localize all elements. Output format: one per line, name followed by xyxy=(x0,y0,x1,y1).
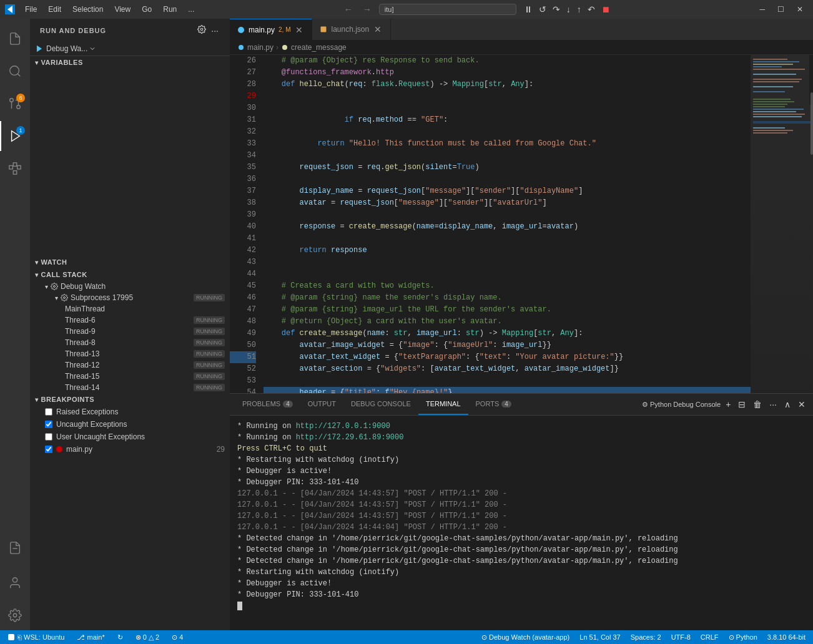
minimize-button[interactable]: ─ xyxy=(754,4,770,15)
status-spaces[interactable]: Spaces: 2 xyxy=(628,633,664,642)
activity-bar: 6 1 xyxy=(0,19,30,630)
close-button[interactable]: ✕ xyxy=(792,4,808,15)
status-encoding[interactable]: UTF-8 xyxy=(669,633,693,642)
call-stack-thread15[interactable]: Thread-15 RUNNING xyxy=(30,371,230,382)
breadcrumb-symbol[interactable]: create_message xyxy=(291,43,347,52)
panel-area: PROBLEMS 4 OUTPUT DEBUG CONSOLE TERMINAL… xyxy=(230,393,813,630)
tab-main-py[interactable]: main.py 2, M ✕ xyxy=(230,19,312,40)
status-wsl[interactable]: ⎗ WSL: Ubuntu xyxy=(5,633,67,641)
menu-selection[interactable]: Selection xyxy=(67,4,108,15)
call-stack-thread12[interactable]: Thread-12 RUNNING xyxy=(30,359,230,371)
mainpy-checkbox[interactable] xyxy=(45,446,52,453)
panel-split-button[interactable]: ⊟ xyxy=(736,398,748,411)
python-debug-console-label: ⚙ Python Debug Console xyxy=(642,401,721,409)
activity-explorer[interactable] xyxy=(0,24,30,54)
activity-extensions[interactable] xyxy=(0,154,30,183)
app-icon xyxy=(5,4,15,14)
breadcrumb-file[interactable]: main.py xyxy=(247,43,273,52)
nav-forward-button[interactable]: → xyxy=(360,3,374,16)
menu-go[interactable]: Go xyxy=(137,4,157,15)
debug-step-into-button[interactable]: ↓ xyxy=(564,3,573,16)
panel-close-button[interactable]: ✕ xyxy=(796,398,808,411)
code-lines[interactable]: # @param {Object} res Response to send b… xyxy=(261,55,751,393)
debug-step-out-button[interactable]: ↑ xyxy=(574,3,584,16)
status-errors[interactable]: ⊗ 0 △ 2 xyxy=(133,633,162,642)
debug-step-over-button[interactable]: ↷ xyxy=(550,3,563,16)
call-stack-thread9[interactable]: Thread-9 RUNNING xyxy=(30,326,230,337)
nav-back-button[interactable]: ← xyxy=(342,3,355,16)
debug-more-button[interactable]: ··· xyxy=(210,24,220,37)
activity-testing[interactable] xyxy=(0,533,30,563)
code-line-37: response = create_message(name=display_n… xyxy=(264,221,751,233)
user-uncaught-checkbox[interactable] xyxy=(45,433,52,441)
terminal-content[interactable]: * Running on http://127.0.0.1:9000 * Run… xyxy=(230,416,813,630)
debug-config-label[interactable]: Debug Wa... xyxy=(46,44,87,53)
term-line-2: * Running on http://172.29.61.89:9000 xyxy=(237,432,806,443)
restore-button[interactable]: ☐ xyxy=(772,4,789,15)
call-stack-thread14[interactable]: Thread-14 RUNNING xyxy=(30,382,230,393)
code-line-41 xyxy=(264,268,751,280)
call-stack-root[interactable]: ▾ Debug Watch xyxy=(30,281,230,292)
tab-problems[interactable]: PROBLEMS 4 xyxy=(235,394,300,415)
raised-exceptions-checkbox[interactable] xyxy=(45,408,52,416)
activity-settings[interactable] xyxy=(0,600,30,630)
status-debug-session[interactable]: ⊙ Debug Watch (avatar-app) xyxy=(479,633,572,642)
breakpoints-section-header[interactable]: ▾ BREAKPOINTS xyxy=(30,393,230,406)
menu-file[interactable]: File xyxy=(20,4,42,15)
status-position[interactable]: Ln 51, Col 37 xyxy=(577,633,623,642)
code-line-26: # @param {Object} res Response to send b… xyxy=(264,55,751,67)
code-line-27: @functions_framework.http xyxy=(264,67,751,79)
status-python-version[interactable]: 3.8.10 64-bit xyxy=(765,633,808,642)
breakpoint-dot xyxy=(56,446,62,452)
menu-run[interactable]: Run xyxy=(158,4,182,15)
menu-more[interactable]: ... xyxy=(183,4,199,15)
tab-output[interactable]: OUTPUT xyxy=(300,394,343,415)
status-git-branch[interactable]: ⎇ main* xyxy=(74,633,107,642)
call-stack-thread6[interactable]: Thread-6 RUNNING xyxy=(30,315,230,326)
activity-source-control[interactable]: 6 xyxy=(0,89,30,119)
tab-terminal[interactable]: TERMINAL xyxy=(418,394,468,415)
sidebar: RUN AND DEBUG ··· Debug Wa... ▾ VARIABLE… xyxy=(30,19,230,630)
status-sync[interactable]: ↻ xyxy=(115,633,126,642)
panel-trash-button[interactable]: 🗑 xyxy=(751,398,764,411)
call-stack-subprocess[interactable]: ▾ Subprocess 17995 RUNNING xyxy=(30,292,230,303)
tab-debug-console[interactable]: DEBUG CONSOLE xyxy=(343,394,418,415)
tab-launch-json[interactable]: launch.json ✕ xyxy=(312,19,391,40)
debug-stop-button[interactable]: ⏹ xyxy=(599,3,613,16)
debug-config-button[interactable] xyxy=(196,24,207,37)
variables-chevron: ▾ xyxy=(35,59,39,66)
svg-point-2 xyxy=(17,105,21,109)
panel-new-terminal-button[interactable]: + xyxy=(723,398,733,411)
tab-ports[interactable]: PORTS 4 xyxy=(468,394,519,415)
variables-section-header[interactable]: ▾ VARIABLES xyxy=(30,56,230,69)
debug-pause-button[interactable]: ⏸ xyxy=(521,3,535,16)
panel-more-button[interactable]: ··· xyxy=(767,398,779,411)
tab-launch-json-close[interactable]: ✕ xyxy=(373,24,383,34)
watch-section-header[interactable]: ▾ WATCH xyxy=(30,256,230,268)
call-stack-chevron: ▾ xyxy=(35,271,39,278)
call-stack-mainthread[interactable]: MainThread xyxy=(30,303,230,315)
address-bar[interactable]: itu] xyxy=(379,4,516,15)
panel-maximize-button[interactable]: ∧ xyxy=(782,398,793,411)
call-stack-thread13[interactable]: Thread-13 RUNNING xyxy=(30,348,230,359)
svg-point-20 xyxy=(282,45,287,50)
activity-debug[interactable]: 1 xyxy=(0,121,30,151)
tab-main-py-close[interactable]: ✕ xyxy=(294,25,304,35)
code-line-28: def hello_chat(req: flask.Request) -> Ma… xyxy=(264,79,751,90)
menu-edit[interactable]: Edit xyxy=(43,4,66,15)
debug-step-back-button[interactable]: ↶ xyxy=(585,3,598,16)
svg-marker-14 xyxy=(37,46,42,52)
activity-search[interactable] xyxy=(0,56,30,86)
call-stack-section-header[interactable]: ▾ CALL STACK xyxy=(30,268,230,281)
uncaught-exceptions-checkbox[interactable] xyxy=(45,421,52,428)
wsl-icon xyxy=(7,633,15,641)
debug-restart-button[interactable]: ↺ xyxy=(536,3,549,16)
status-language[interactable]: ⊙ Python xyxy=(726,633,760,642)
breakpoint-uncaught-exceptions: Uncaught Exceptions xyxy=(30,418,230,431)
status-debug-count[interactable]: ⊙ 4 xyxy=(169,633,185,642)
call-stack-thread8[interactable]: Thread-8 RUNNING xyxy=(30,337,230,348)
status-line-endings[interactable]: CRLF xyxy=(698,633,721,642)
code-line-31 xyxy=(264,150,751,162)
activity-accounts[interactable] xyxy=(0,568,30,598)
menu-view[interactable]: View xyxy=(109,4,136,15)
